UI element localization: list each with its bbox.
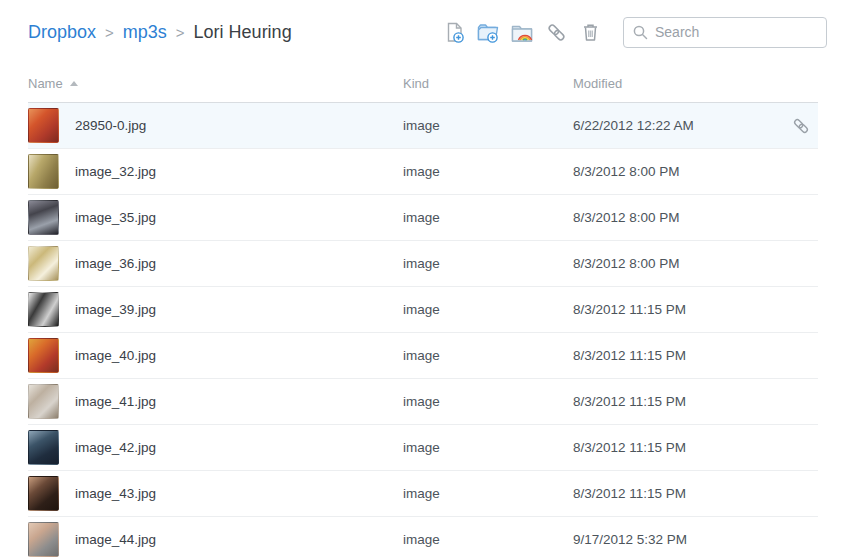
file-modified: 6/22/2012 12:22 AM xyxy=(573,118,783,133)
table-row[interactable]: image_42.jpg image 8/3/2012 11:15 PM xyxy=(28,425,818,471)
file-modified: 8/3/2012 11:15 PM xyxy=(573,394,783,409)
file-link-cell xyxy=(783,116,818,136)
file-plus-icon xyxy=(443,21,466,44)
file-kind: image xyxy=(403,348,573,363)
file-name-cell: 28950-0.jpg xyxy=(28,108,403,143)
file-thumbnail[interactable] xyxy=(28,108,59,143)
file-modified: 8/3/2012 11:15 PM xyxy=(573,302,783,317)
table-row[interactable]: image_36.jpg image 8/3/2012 8:00 PM xyxy=(28,241,818,287)
file-kind: image xyxy=(403,394,573,409)
rainbow-folder-icon xyxy=(510,21,534,44)
file-list: 28950-0.jpg image 6/22/2012 12:22 AM ima… xyxy=(28,103,818,558)
file-kind: image xyxy=(403,164,573,179)
column-header-modified[interactable]: Modified xyxy=(573,76,783,91)
table-row[interactable]: image_35.jpg image 8/3/2012 8:00 PM xyxy=(28,195,818,241)
file-modified: 8/3/2012 11:15 PM xyxy=(573,486,783,501)
delete-button[interactable] xyxy=(573,15,607,49)
breadcrumb-mp3s[interactable]: mp3s xyxy=(123,20,167,44)
file-modified: 8/3/2012 8:00 PM xyxy=(573,164,783,179)
search-input[interactable] xyxy=(655,24,836,40)
file-name-cell: image_35.jpg xyxy=(28,200,403,235)
file-kind: image xyxy=(403,118,573,133)
file-name-cell: image_41.jpg xyxy=(28,384,403,419)
file-kind: image xyxy=(403,440,573,455)
toolbar xyxy=(437,15,827,49)
file-name-cell: image_39.jpg xyxy=(28,292,403,327)
table-row[interactable]: image_39.jpg image 8/3/2012 11:15 PM xyxy=(28,287,818,333)
file-kind: image xyxy=(403,486,573,501)
file-thumbnail[interactable] xyxy=(28,292,59,327)
file-modified: 8/3/2012 11:15 PM xyxy=(573,440,783,455)
file-thumbnail[interactable] xyxy=(28,430,59,465)
file-thumbnail[interactable] xyxy=(28,522,59,557)
file-kind: image xyxy=(403,532,573,547)
sort-ascending-icon xyxy=(70,81,78,86)
search-icon xyxy=(632,24,649,41)
breadcrumb-separator: > xyxy=(105,21,114,45)
file-name[interactable]: image_41.jpg xyxy=(75,394,156,409)
trash-icon xyxy=(580,21,601,43)
column-header-name[interactable]: Name xyxy=(28,76,403,91)
top-bar: Dropbox > mp3s > Lori Heuring xyxy=(0,0,846,64)
file-name-cell: image_36.jpg xyxy=(28,246,403,281)
file-name[interactable]: image_40.jpg xyxy=(75,348,156,363)
file-thumbnail[interactable] xyxy=(28,338,59,373)
breadcrumb-dropbox[interactable]: Dropbox xyxy=(28,20,96,44)
file-name[interactable]: image_44.jpg xyxy=(75,532,156,547)
file-name[interactable]: 28950-0.jpg xyxy=(75,118,146,133)
link-icon[interactable] xyxy=(791,116,811,136)
file-thumbnail[interactable] xyxy=(28,476,59,511)
file-name[interactable]: image_32.jpg xyxy=(75,164,156,179)
link-icon xyxy=(545,21,568,44)
file-name-cell: image_40.jpg xyxy=(28,338,403,373)
table-row[interactable]: image_40.jpg image 8/3/2012 11:15 PM xyxy=(28,333,818,379)
get-link-button[interactable] xyxy=(539,15,573,49)
table-header: Name Kind Modified xyxy=(28,64,818,103)
new-file-button[interactable] xyxy=(437,15,471,49)
file-kind: image xyxy=(403,210,573,225)
file-name-cell: image_42.jpg xyxy=(28,430,403,465)
table-row[interactable]: image_43.jpg image 8/3/2012 11:15 PM xyxy=(28,471,818,517)
file-name[interactable]: image_35.jpg xyxy=(75,210,156,225)
file-thumbnail[interactable] xyxy=(28,154,59,189)
column-label-name: Name xyxy=(28,76,63,91)
table-row[interactable]: image_32.jpg image 8/3/2012 8:00 PM xyxy=(28,149,818,195)
search-box xyxy=(623,17,827,48)
file-table: Name Kind Modified 28950-0.jpg image 6/2… xyxy=(28,64,818,558)
file-thumbnail[interactable] xyxy=(28,384,59,419)
file-modified: 9/17/2012 5:32 PM xyxy=(573,532,783,547)
file-modified: 8/3/2012 11:15 PM xyxy=(573,348,783,363)
file-thumbnail[interactable] xyxy=(28,200,59,235)
file-name[interactable]: image_42.jpg xyxy=(75,440,156,455)
table-row[interactable]: image_44.jpg image 9/17/2012 5:32 PM xyxy=(28,517,818,558)
folder-plus-icon xyxy=(476,21,500,44)
file-name[interactable]: image_43.jpg xyxy=(75,486,156,501)
file-thumbnail[interactable] xyxy=(28,246,59,281)
column-header-kind[interactable]: Kind xyxy=(403,76,573,91)
file-name-cell: image_44.jpg xyxy=(28,522,403,557)
breadcrumb-current-folder: Lori Heuring xyxy=(194,20,292,44)
table-row[interactable]: image_41.jpg image 8/3/2012 11:15 PM xyxy=(28,379,818,425)
file-name[interactable]: image_36.jpg xyxy=(75,256,156,271)
breadcrumb-separator: > xyxy=(176,21,185,45)
file-modified: 8/3/2012 8:00 PM xyxy=(573,210,783,225)
file-kind: image xyxy=(403,302,573,317)
file-name-cell: image_32.jpg xyxy=(28,154,403,189)
file-name-cell: image_43.jpg xyxy=(28,476,403,511)
table-row[interactable]: 28950-0.jpg image 6/22/2012 12:22 AM xyxy=(28,103,818,149)
file-modified: 8/3/2012 8:00 PM xyxy=(573,256,783,271)
share-folder-button[interactable] xyxy=(505,15,539,49)
new-folder-button[interactable] xyxy=(471,15,505,49)
file-kind: image xyxy=(403,256,573,271)
file-name[interactable]: image_39.jpg xyxy=(75,302,156,317)
